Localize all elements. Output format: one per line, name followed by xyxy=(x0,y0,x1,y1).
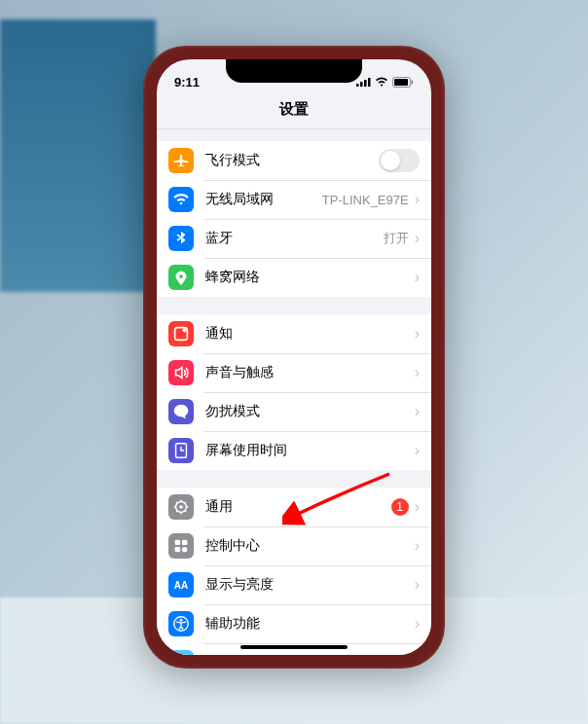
bluetooth-icon xyxy=(168,226,194,251)
svg-rect-13 xyxy=(182,540,187,545)
row-label: 无线局域网 xyxy=(205,191,322,208)
settings-group: 飞行模式无线局域网TP-LINK_E97E›蓝牙打开›蜂窝网络› xyxy=(157,141,431,297)
cellular-icon xyxy=(168,265,194,290)
row-value: TP-LINK_E97E xyxy=(322,193,409,207)
svg-rect-0 xyxy=(356,84,359,87)
toggle-switch[interactable] xyxy=(379,149,420,172)
accessibility-icon xyxy=(168,611,194,636)
chevron-right-icon: › xyxy=(415,577,420,593)
svg-rect-14 xyxy=(175,547,180,552)
chevron-right-icon: › xyxy=(415,192,420,207)
dnd-icon xyxy=(168,399,194,424)
chevron-right-icon: › xyxy=(415,365,420,380)
svg-rect-5 xyxy=(394,79,408,86)
airplane-icon xyxy=(168,148,194,173)
chevron-right-icon: › xyxy=(415,616,420,632)
screen: 9:11 设置 飞行模式无线局域网TP-LINK_E97E›蓝牙打开›蜂窝网络›… xyxy=(157,59,431,655)
settings-row-display[interactable]: AA显示与亮度› xyxy=(157,565,431,604)
svg-text:AA: AA xyxy=(174,580,188,591)
settings-group: 通用1›控制中心›AA显示与亮度›辅助功能›墙纸›Siri与搜索›面容ID与密码… xyxy=(157,488,431,655)
chevron-right-icon: › xyxy=(415,499,420,515)
general-icon xyxy=(168,494,194,520)
settings-row-airplane[interactable]: 飞行模式 xyxy=(157,141,431,180)
svg-point-11 xyxy=(179,505,183,509)
svg-point-8 xyxy=(183,328,187,332)
row-label: 墙纸 xyxy=(205,654,415,655)
row-label: 通知 xyxy=(205,325,415,343)
svg-rect-3 xyxy=(368,78,371,87)
wifi-icon xyxy=(168,187,194,212)
battery-icon xyxy=(392,77,414,88)
settings-row-sounds[interactable]: 声音与触感› xyxy=(157,353,431,392)
display-icon: AA xyxy=(168,572,194,597)
svg-rect-6 xyxy=(412,80,414,84)
settings-row-bluetooth[interactable]: 蓝牙打开› xyxy=(157,219,431,258)
page-title: 设置 xyxy=(157,94,431,129)
chevron-right-icon: › xyxy=(415,326,420,342)
settings-row-accessibility[interactable]: 辅助功能› xyxy=(157,604,431,643)
svg-point-18 xyxy=(180,619,183,622)
screentime-icon xyxy=(168,438,194,463)
settings-row-cellular[interactable]: 蜂窝网络› xyxy=(157,258,431,297)
wifi-icon xyxy=(375,77,388,87)
settings-row-wifi[interactable]: 无线局域网TP-LINK_E97E› xyxy=(157,180,431,219)
row-label: 声音与触感 xyxy=(205,364,415,381)
settings-group: 通知›声音与触感›勿扰模式›屏幕使用时间› xyxy=(157,314,431,470)
svg-rect-12 xyxy=(175,540,180,545)
chevron-right-icon: › xyxy=(415,270,420,285)
status-time: 9:11 xyxy=(174,75,200,90)
sounds-icon xyxy=(168,360,194,385)
control-center-icon xyxy=(168,533,194,559)
row-label: 辅助功能 xyxy=(205,615,415,633)
row-label: 勿扰模式 xyxy=(205,403,415,420)
settings-row-screentime[interactable]: 屏幕使用时间› xyxy=(157,431,431,470)
notifications-icon xyxy=(168,321,194,346)
row-value: 打开 xyxy=(384,230,409,247)
chevron-right-icon: › xyxy=(415,443,420,458)
chevron-right-icon: › xyxy=(415,538,420,554)
row-label: 通用 xyxy=(205,498,391,516)
row-label: 屏幕使用时间 xyxy=(205,442,415,459)
svg-rect-1 xyxy=(360,82,363,87)
row-label: 蜂窝网络 xyxy=(205,269,415,286)
notch xyxy=(226,59,362,83)
cellular-signal-icon xyxy=(356,77,371,87)
settings-list[interactable]: 飞行模式无线局域网TP-LINK_E97E›蓝牙打开›蜂窝网络›通知›声音与触感… xyxy=(157,129,431,655)
row-label: 蓝牙 xyxy=(205,230,384,247)
row-label: 飞行模式 xyxy=(205,152,379,169)
settings-row-control-center[interactable]: 控制中心› xyxy=(157,526,431,565)
row-label: 控制中心 xyxy=(205,537,415,555)
row-label: 显示与亮度 xyxy=(205,576,415,594)
wallpaper-icon xyxy=(168,650,194,655)
chevron-right-icon: › xyxy=(415,404,420,419)
svg-rect-2 xyxy=(364,80,367,87)
settings-row-dnd[interactable]: 勿扰模式› xyxy=(157,392,431,431)
home-indicator[interactable] xyxy=(240,645,348,649)
svg-rect-15 xyxy=(182,547,187,552)
notification-badge: 1 xyxy=(391,498,409,516)
phone-frame: 9:11 设置 飞行模式无线局域网TP-LINK_E97E›蓝牙打开›蜂窝网络›… xyxy=(143,46,445,669)
settings-row-general[interactable]: 通用1› xyxy=(157,488,431,526)
chevron-right-icon: › xyxy=(415,231,420,246)
settings-row-notifications[interactable]: 通知› xyxy=(157,314,431,353)
